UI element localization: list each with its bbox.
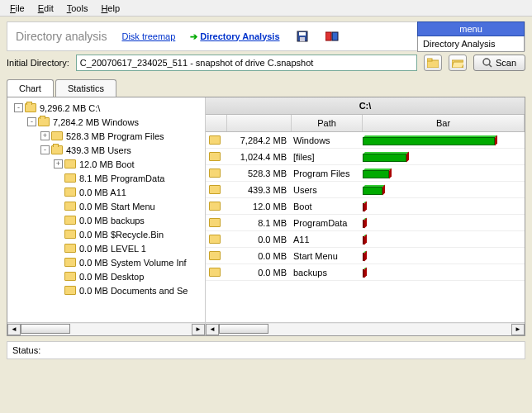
tree-label: 0.0 MB $Recycle.Bin — [79, 230, 164, 240]
grid-row[interactable]: 7,284.2 MBWindows — [206, 132, 525, 149]
tree-row[interactable]: 0.0 MB $Recycle.Bin — [9, 227, 203, 241]
folder-icon — [209, 169, 221, 178]
col-path[interactable]: Path — [292, 115, 363, 131]
tab-statistics[interactable]: Statistics — [55, 79, 116, 97]
page-title: Directory analysis — [16, 30, 107, 43]
tree-pane[interactable]: -9,296.2 MB C:\-7,284.2 MB Windows+528.3… — [7, 97, 206, 335]
svg-rect-3 — [325, 32, 331, 40]
folder-icon — [25, 103, 36, 112]
folder-icon — [64, 258, 76, 267]
tree-row[interactable]: -7,284.2 MB Windows — [9, 115, 203, 129]
bar — [363, 169, 520, 178]
chart-pane: C:\ Path Bar 7,284.2 MBWindows1,024.4 MB… — [206, 97, 525, 335]
menu-file[interactable]: FFileile — [3, 2, 31, 15]
tree-row[interactable]: 0.0 MB A11 — [9, 185, 203, 199]
folder-icon — [64, 286, 76, 295]
scan-button[interactable]: Scan — [473, 55, 525, 71]
side-menu-option[interactable]: Directory Analysis — [417, 36, 525, 52]
open-folder-button[interactable] — [449, 55, 467, 71]
folder-icon — [209, 202, 221, 211]
scroll-thumb[interactable] — [21, 324, 70, 334]
status-label: Status: — [12, 345, 40, 355]
scroll-right-icon[interactable]: ► — [511, 324, 525, 335]
tree-label: 8.1 MB ProgramData — [79, 173, 164, 183]
collapse-icon[interactable]: - — [40, 145, 50, 154]
collapse-icon[interactable]: - — [27, 117, 36, 126]
status-bar: Status: — [7, 341, 525, 359]
tree-hscroll[interactable]: ◄ ► — [7, 322, 205, 335]
size-cell: 0.0 MB — [227, 235, 292, 244]
svg-rect-2 — [300, 37, 305, 41]
menu-edit[interactable]: Edit — [31, 2, 60, 15]
tree-label: 9,296.2 MB C:\ — [40, 103, 100, 113]
scroll-left-icon[interactable]: ◄ — [7, 324, 21, 335]
expand-icon[interactable]: + — [40, 131, 50, 140]
initial-directory-input[interactable] — [76, 55, 417, 71]
tree-row[interactable]: 0.0 MB Documents and Se — [9, 283, 203, 297]
spacer — [54, 173, 63, 183]
bar — [363, 135, 520, 145]
link-directory-analysis[interactable]: ➔ Directory Analysis — [190, 31, 279, 42]
side-menu-header[interactable]: menu — [417, 21, 525, 36]
tree-row[interactable]: 0.0 MB backups — [9, 213, 203, 227]
grid-row[interactable]: 1,024.4 MB[files] — [206, 149, 525, 165]
tree-label: 0.0 MB Documents and Se — [79, 286, 188, 296]
tree-row[interactable]: -9,296.2 MB C:\ — [9, 101, 203, 115]
tree-row[interactable]: 0.0 MB Desktop — [9, 269, 203, 283]
scroll-left-icon[interactable]: ◄ — [206, 324, 219, 335]
menubar: FFileile Edit Tools Help — [0, 0, 532, 17]
tab-chart[interactable]: Chart — [7, 79, 54, 97]
spacer — [54, 230, 63, 239]
tree-row[interactable]: +528.3 MB Program Files — [9, 129, 203, 143]
expand-icon[interactable]: + — [54, 159, 63, 169]
tree-row[interactable]: 0.0 MB System Volume Inf — [9, 255, 203, 269]
grid-header: Path Bar — [206, 115, 525, 132]
folder-icon — [64, 173, 76, 183]
folder-icon — [38, 117, 50, 126]
scroll-right-icon[interactable]: ► — [192, 324, 205, 335]
folder-icon — [209, 218, 221, 227]
tree-row[interactable]: 0.0 MB Start Menu — [9, 199, 203, 213]
side-menu: menu Directory Analysis — [417, 21, 525, 52]
menu-help[interactable]: Help — [94, 2, 126, 15]
tree-label: 7,284.2 MB Windows — [53, 117, 139, 127]
grid-row[interactable]: 0.0 MBA11 — [206, 231, 525, 248]
size-cell: 0.0 MB — [227, 251, 292, 261]
tree-row[interactable]: +12.0 MB Boot — [9, 157, 203, 171]
grid-body[interactable]: 7,284.2 MBWindows1,024.4 MB[files]528.3 … — [206, 132, 525, 322]
save-icon[interactable] — [295, 29, 310, 44]
grid-row[interactable]: 12.0 MBBoot — [206, 198, 525, 215]
grid-row[interactable]: 0.0 MBbackups — [206, 264, 525, 281]
spacer — [54, 258, 63, 267]
grid-row[interactable]: 0.0 MBStart Menu — [206, 248, 525, 264]
folder-icon — [51, 131, 63, 140]
browse-folder-button[interactable] — [424, 55, 442, 71]
tabs: Chart Statistics — [7, 79, 525, 97]
tree-row[interactable]: 8.1 MB ProgramData — [9, 171, 203, 185]
initial-directory-label: Initial Directory: — [7, 58, 69, 68]
menu-tools[interactable]: Tools — [60, 2, 95, 15]
tree-row[interactable]: -439.3 MB Users — [9, 143, 203, 157]
tree-row[interactable]: 0.0 MB LEVEL 1 — [9, 241, 203, 255]
size-cell: 7,284.2 MB — [227, 135, 292, 145]
folder-icon — [209, 135, 221, 145]
spacer — [54, 244, 63, 253]
spacer — [54, 202, 63, 211]
tree-label: 0.0 MB LEVEL 1 — [79, 244, 146, 254]
spacer — [54, 286, 63, 295]
chart-hscroll[interactable]: ◄ ► — [206, 322, 525, 335]
collapse-icon[interactable]: - — [14, 103, 23, 112]
name-cell: Users — [292, 185, 363, 195]
name-cell: Program Files — [292, 169, 363, 178]
scroll-thumb[interactable] — [219, 324, 268, 334]
col-bar[interactable]: Bar — [363, 115, 525, 131]
grid-row[interactable]: 528.3 MBProgram Files — [206, 165, 525, 182]
folder-icon — [64, 188, 76, 197]
link-disk-treemap[interactable]: Disk treemap — [121, 31, 175, 41]
grid-row[interactable]: 439.3 MBUsers — [206, 182, 525, 198]
compare-icon[interactable] — [325, 29, 340, 44]
size-cell: 528.3 MB — [227, 169, 292, 178]
size-cell: 1,024.4 MB — [227, 152, 292, 162]
grid-row[interactable]: 8.1 MBProgramData — [206, 215, 525, 231]
search-icon — [482, 58, 492, 68]
